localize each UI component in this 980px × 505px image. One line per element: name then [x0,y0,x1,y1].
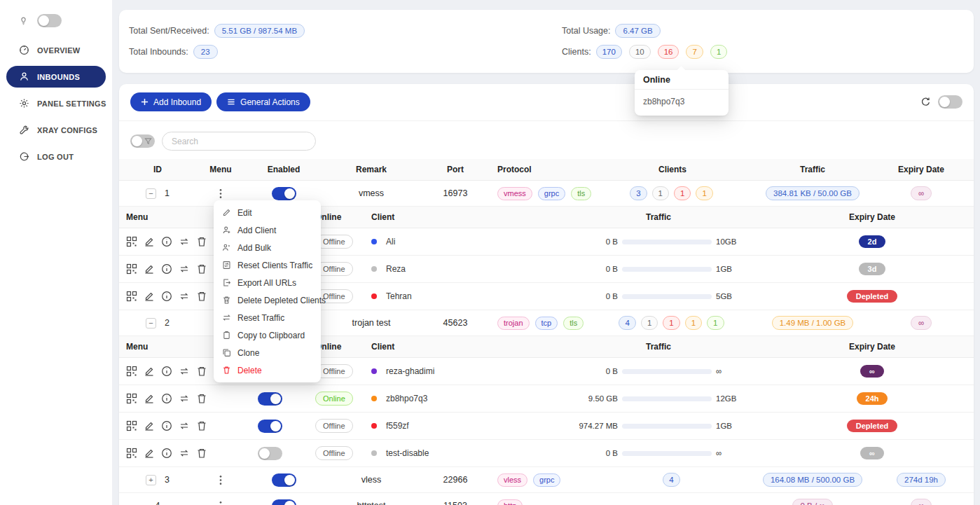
sidebar-item-panel-settings[interactable]: PANEL SETTINGS [6,92,106,114]
menu-item-delete-depleted-clients[interactable]: Delete Depleted Clients [217,291,317,309]
sidebar-item-xray-configs[interactable]: XRAY CONFIGS [6,119,106,141]
expand-row-button[interactable]: + [146,475,156,485]
info-icon[interactable] [161,448,172,459]
qrcode-icon[interactable] [126,236,137,247]
menu-item-add-bulk[interactable]: Add Bulk [217,239,317,256]
clients-online-badge[interactable]: 1 [707,316,724,330]
edit-icon[interactable] [144,366,155,377]
inbound-menu-trigger[interactable] [215,187,226,200]
clients-depleted-badge[interactable]: 16 [658,45,679,59]
clients-deactivated-badge[interactable]: 1 [652,186,669,200]
trash-icon[interactable] [196,263,207,275]
inbound-menu-trigger[interactable] [215,499,226,505]
add-inbound-button[interactable]: Add Inbound [130,92,212,111]
qrcode-icon[interactable] [126,291,137,302]
sidebar-item-inbounds[interactable]: INBOUNDS [6,66,106,88]
trash-icon[interactable] [196,393,207,404]
qrcode-icon[interactable] [126,393,137,404]
reset-traffic-icon[interactable] [179,236,190,247]
reset-traffic-icon[interactable] [179,420,190,431]
logout-icon [19,151,29,162]
inbound-port: 22966 [420,475,490,485]
collapse-row-button[interactable]: − [146,188,156,199]
info-icon[interactable] [161,291,172,302]
inbound-enabled-toggle[interactable] [272,499,296,505]
reset-traffic-icon[interactable] [179,291,190,302]
protocol-tag: tls [571,187,591,200]
clients-depleted-badge[interactable]: 1 [674,186,691,200]
client-color-dot [371,266,377,272]
client-enabled-toggle[interactable] [258,447,282,460]
client-name: Ali [386,237,395,247]
clients-total-badge[interactable]: 170 [596,45,622,59]
auto-refresh-toggle[interactable] [938,95,962,109]
info-icon[interactable] [161,366,172,377]
menu-item-delete[interactable]: Delete [217,361,317,379]
inbound-id: 3 [165,475,170,485]
inbound-enabled-toggle[interactable] [272,473,296,487]
clients-total-badge[interactable]: 3 [630,186,647,200]
info-icon[interactable] [161,393,172,404]
sidebar-item-overview[interactable]: OVERVIEW [6,39,106,61]
menu-item-clone[interactable]: Clone [217,344,317,361]
clients-total-badge[interactable]: 4 [663,473,679,487]
trash-icon[interactable] [196,236,207,247]
trash-icon[interactable] [196,420,207,431]
clients-online-badge[interactable]: 1 [710,45,727,59]
inbound-menu-trigger[interactable] [215,473,226,487]
edit-icon[interactable] [144,393,155,404]
clients-deactivated-badge[interactable]: 1 [641,316,658,330]
clients-total-badge[interactable]: 4 [619,316,635,330]
trash-icon[interactable] [196,291,207,302]
reset-traffic-icon[interactable] [179,263,190,275]
inbound-enabled-toggle[interactable] [272,187,296,200]
dashboard-icon [19,45,29,55]
col-header-protocol: Protocol [490,165,595,174]
menu-item-export-all-urls[interactable]: Export All URLs [217,274,317,291]
reset-traffic-icon[interactable] [179,448,190,459]
sidebar-item-log-out[interactable]: LOG OUT [6,146,106,167]
edit-icon[interactable] [144,263,155,275]
col-header-clients: Clients [595,165,750,174]
clients-deactivated-badge[interactable]: 10 [629,45,651,59]
qrcode-icon[interactable] [126,448,137,459]
edit-icon[interactable] [144,236,155,247]
general-actions-button[interactable]: General Actions [216,92,310,111]
menu-item-edit[interactable]: Edit [217,204,317,221]
theme-toggle[interactable] [37,14,62,27]
qrcode-icon[interactable] [126,366,137,377]
clients-expiring-badge[interactable]: 7 [686,45,703,59]
edit-icon[interactable] [144,291,155,302]
search-input[interactable] [162,132,316,151]
clients-expiring-badge[interactable]: 1 [685,316,702,330]
reset-traffic-icon[interactable] [179,393,190,404]
menu-item-reset-traffic[interactable]: Reset Traffic [217,309,317,326]
menu-item-label: Delete Depleted Clients [237,296,326,305]
collapse-row-button[interactable]: − [146,318,156,328]
client-enabled-toggle[interactable] [258,392,282,406]
funnel-icon [144,137,152,145]
menu-item-reset-clients-traffic[interactable]: Reset Clients Traffic [217,256,317,274]
info-icon[interactable] [161,263,172,275]
clients-expiring-badge[interactable]: 1 [696,186,712,200]
refresh-icon[interactable] [920,97,931,107]
menu-item-copy-to-clipboard[interactable]: Copy to Clipboard [217,326,317,344]
client-status-pill: Offline [315,446,353,460]
menu-item-add-client[interactable]: Add Client [217,221,317,239]
edit-icon[interactable] [144,448,155,459]
info-icon[interactable] [161,236,172,247]
qrcode-icon[interactable] [126,420,137,431]
reset-traffic-icon[interactable] [179,366,190,377]
trash-icon[interactable] [196,448,207,459]
trash-icon[interactable] [196,366,207,377]
sub-header-expiry: Expiry Date [778,212,967,222]
filter-toggle[interactable] [130,134,155,148]
client-status-pill: Online [315,392,353,406]
info-icon[interactable] [161,420,172,431]
stat-total-inbounds: Total Inbounds: 23 [129,45,562,59]
client-expiry-badge: 24h [857,392,888,405]
qrcode-icon[interactable] [126,263,137,275]
client-enabled-toggle[interactable] [258,420,282,433]
clients-depleted-badge[interactable]: 1 [663,316,679,330]
edit-icon[interactable] [144,420,155,431]
